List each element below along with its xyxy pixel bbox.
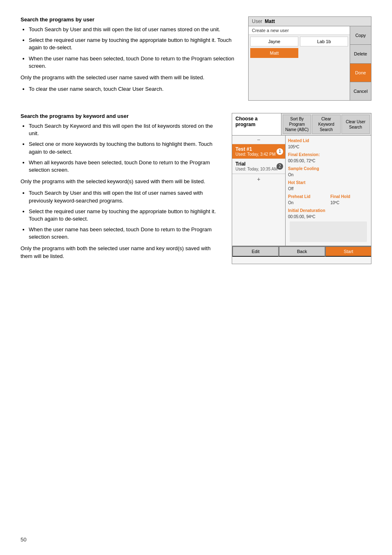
keyword-paragraph1: Only the programs with the selected keyw…	[21, 178, 224, 185]
sort-buttons-area: Sort By Program Name (ABC) Clear Keyword…	[281, 113, 371, 135]
detail-heated-lid: Heated Lid 105ºC	[288, 138, 369, 150]
detail-label-final-ext: Final Extension:	[288, 152, 320, 157]
add-program-button[interactable]: +	[232, 174, 285, 184]
detail-label-init-denat: Initial Denaturation	[288, 208, 325, 213]
detail-hot-start: Hot Start Off	[288, 180, 369, 192]
detail-label-preheat: Preheat Lid	[288, 194, 310, 199]
program-list: – Test #1 Used: Today, 3:42 PM 1 Trial U…	[232, 136, 286, 246]
section-user-search: Search the programs by user Touch Search…	[21, 16, 371, 101]
clear-bullet: To clear the user name search, touch Cle…	[29, 85, 240, 93]
program-detail: Heated Lid 105ºC Final Extension: 00:05:…	[286, 136, 371, 246]
user-value: Matt	[265, 18, 275, 24]
edit-button[interactable]: Edit	[232, 246, 279, 257]
create-new-user[interactable]: Create a new user	[249, 26, 350, 35]
page-content: Search the programs by user Touch Search…	[21, 16, 371, 264]
detail-value-hot-start: Off	[288, 187, 293, 191]
keyword-paragraph2: Only the programs with both the selected…	[21, 245, 224, 260]
prog-name-trial: Trial	[235, 161, 282, 167]
detail-final-ext: Final Extension: 00:05:00, 72ºC	[288, 152, 369, 164]
program-body: – Test #1 Used: Today, 3:42 PM 1 Trial U…	[232, 136, 371, 246]
text-column-user: Search the programs by user Touch Search…	[21, 16, 240, 101]
detail-final-hold: Final Hold 10ºC	[330, 193, 369, 206]
prog-num-test1: 1	[277, 148, 283, 155]
sort-by-name-button[interactable]: Sort By Program Name (ABC)	[283, 115, 311, 134]
detail-value-heated-lid: 105ºC	[288, 145, 300, 149]
delete-button[interactable]: Delete	[350, 45, 371, 63]
detail-sample-cool: Sample Cooling On	[288, 166, 369, 178]
program-widget: Choose a program Sort By Program Name (A…	[232, 113, 371, 264]
text-column-keyword: Search the programs by keyword and user …	[21, 113, 224, 264]
program-item-test1[interactable]: Test #1 Used: Today, 3:42 PM 1	[232, 144, 285, 159]
section-title-keyword: Search the programs by keyword and user	[21, 113, 224, 119]
program-item-trial[interactable]: Trial Used: Today, 10:35 AM 2	[232, 159, 285, 174]
done-button[interactable]: Done	[350, 64, 371, 82]
user-paragraph: Only the programs with the selected user…	[21, 74, 240, 81]
program-title: Choose a program	[232, 113, 281, 135]
section-keyword-user: Search the programs by keyword and user …	[21, 113, 371, 264]
keyword-bullet2-2: Select the required user name by touchin…	[29, 208, 224, 223]
prog-date-test1: Used: Today, 3:42 PM	[235, 152, 282, 157]
clear-keyword-button[interactable]: Clear Keyword Search	[312, 115, 340, 134]
prog-separator: –	[232, 136, 285, 144]
detail-value-preheat: On	[288, 200, 293, 205]
page-number: 50	[21, 537, 26, 543]
detail-value-init-denat: 00:05:00, 94ºC	[288, 214, 315, 219]
detail-label-heated-lid: Heated Lid	[288, 138, 309, 143]
detail-label-hot-start: Hot Start	[288, 180, 305, 185]
user-item-jayne[interactable]: Jayne	[250, 37, 298, 46]
user-label: User	[252, 18, 262, 24]
user-item-matt[interactable]: Matt	[250, 48, 298, 58]
detail-preheat-lid: Preheat Lid On	[288, 193, 326, 206]
user-bullet-1: Touch Search by User and this will open …	[29, 26, 240, 33]
user-widget-body: Create a new user Jayne Lab 1b Matt Copy…	[249, 26, 371, 100]
program-header-bar: Choose a program Sort By Program Name (A…	[232, 113, 371, 136]
prog-date-trial: Used: Today, 10:35 AM	[235, 167, 282, 171]
keyword-bullet-3: When all keywords have been selected, to…	[29, 159, 224, 174]
section-title-user: Search the programs by user	[21, 16, 240, 23]
program-wavy-area	[290, 221, 367, 242]
keyword-bullet-1: Touch Search by Keyword and this will op…	[29, 122, 224, 137]
detail-label-final-hold: Final Hold	[330, 194, 350, 199]
user-list-area: Create a new user Jayne Lab 1b Matt	[249, 26, 350, 100]
prog-num-trial: 2	[277, 163, 283, 170]
detail-init-denat: Initial Denaturation 00:05:00, 94ºC	[288, 207, 369, 220]
copy-button[interactable]: Copy	[350, 26, 371, 45]
user-bullets: Touch Search by User and this will open …	[29, 26, 240, 70]
keyword-bullets: Touch Search by Keyword and this will op…	[29, 122, 224, 174]
detail-value-final-hold: 10ºC	[330, 200, 339, 205]
clear-user-button[interactable]: Clear User Search	[341, 115, 370, 134]
cancel-button[interactable]: Cancel	[350, 82, 371, 100]
start-button[interactable]: Start	[325, 246, 371, 257]
user-widget: User Matt Create a new user Jayne Lab 1b…	[248, 16, 371, 101]
user-items-grid: Jayne Lab 1b Matt	[249, 35, 350, 60]
user-item-lab1b[interactable]: Lab 1b	[300, 37, 348, 46]
keyword-bullet2-3: When the user name has been selected, to…	[29, 226, 224, 241]
program-footer: Edit Back Start	[232, 246, 371, 257]
keyword-bullet-2: Select one or more keywords by touching …	[29, 140, 224, 155]
back-button[interactable]: Back	[279, 246, 325, 257]
keyword-bullets2: Touch Search by User and this will open …	[29, 189, 224, 241]
user-bullet-3: When the user name has been selected, to…	[29, 55, 240, 70]
detail-label-sample-cool: Sample Cooling	[288, 166, 319, 171]
clear-user-bullet: To clear the user name search, touch Cle…	[29, 85, 240, 93]
user-widget-buttons: Copy Delete Done Cancel	[350, 26, 371, 100]
keyword-bullet2-1: Touch Search by User and this will open …	[29, 189, 224, 204]
user-widget-header: User Matt	[249, 17, 371, 26]
detail-value-sample-cool: On	[288, 173, 293, 177]
user-bullet-2: Select the required user name by touchin…	[29, 37, 240, 51]
detail-value-final-ext: 00:05:00, 72ºC	[288, 159, 315, 163]
prog-name-test1: Test #1	[235, 146, 282, 152]
detail-right-col: Preheat Lid On Final Hold 10ºC	[288, 193, 369, 207]
